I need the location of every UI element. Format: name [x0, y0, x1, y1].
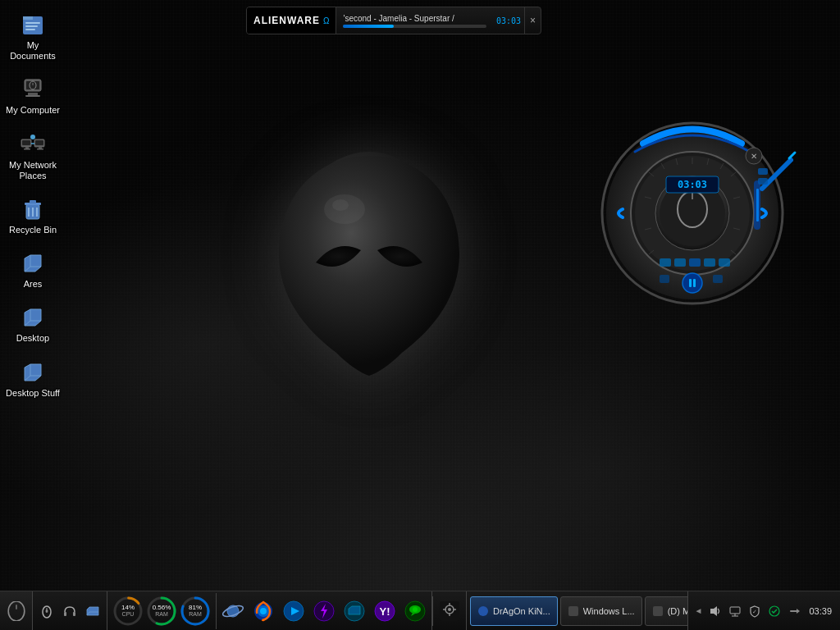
my-network-icon: [20, 131, 46, 158]
media-progress-track[interactable]: [343, 25, 486, 28]
desktop-icon: [20, 304, 46, 331]
tray-antivirus-icon[interactable]: [766, 603, 783, 619]
my-documents-label: My Documents: [3, 40, 62, 62]
svg-point-105: [478, 606, 488, 616]
cpu-stat: 14% CPU: [112, 596, 144, 627]
dock-media-icon[interactable]: [279, 595, 308, 628]
tray-network-icon[interactable]: [727, 603, 743, 619]
taskbar-app-0[interactable]: DrAgOn KiN...: [470, 596, 558, 626]
icon-desktop[interactable]: Desktop: [0, 301, 66, 347]
svg-point-88: [260, 608, 267, 614]
media-bar[interactable]: ALIENWARE Ω 'second - Jamelia - Supersta…: [246, 7, 541, 34]
media-info: 'second - Jamelia - Superstar /: [336, 14, 492, 28]
disk-pct: 81%: [189, 605, 202, 612]
ram-label: RAM: [155, 611, 168, 617]
ares-icon: [20, 250, 46, 276]
svg-point-75: [46, 609, 48, 613]
cpu-pct: 14%: [121, 605, 135, 612]
svg-rect-36: [756, 189, 759, 221]
ram-pct: 0.56%: [153, 605, 171, 612]
player-widget: 03:03 ✕: [578, 82, 807, 328]
ql-mouse-icon[interactable]: [36, 600, 57, 622]
desktop-stuff-label: Desktop Stuff: [6, 388, 60, 399]
icon-desktop-stuff[interactable]: Desktop Stuff: [0, 356, 66, 402]
tray-security-icon[interactable]: ✓: [746, 603, 763, 619]
taskbar-app-1[interactable]: Windows L...: [560, 596, 642, 626]
dock-folder2-icon[interactable]: [340, 595, 369, 628]
icon-ares[interactable]: Ares: [0, 247, 66, 293]
svg-text:✕: ✕: [751, 152, 757, 161]
taskbar-app-2[interactable]: (D) My Birt...: [645, 596, 687, 626]
icon-recycle-bin[interactable]: Recycle Bin: [0, 193, 66, 239]
svg-rect-55: [22, 140, 30, 145]
ram-stat: 0.56% RAM: [146, 596, 177, 627]
taskbar-apps: DrAgOn KiN... Windows L... (D) My Birt..…: [467, 591, 687, 631]
desktop-stuff-icon: [20, 359, 46, 386]
svg-point-63: [30, 135, 35, 139]
system-tray: ◄ ✓: [687, 591, 840, 631]
media-logo-text: ALIENWARE: [253, 15, 320, 26]
svg-rect-107: [653, 606, 663, 616]
dock-firefox-icon[interactable]: [249, 595, 278, 628]
my-computer-label: My Computer: [6, 105, 60, 116]
svg-rect-47: [25, 29, 35, 30]
desktop-icons: My Documents My Computer: [0, 0, 66, 410]
svg-point-70: [8, 601, 25, 621]
recycle-bin-icon: [20, 196, 46, 222]
svg-point-2: [332, 199, 349, 211]
taskbar-app-label-1: Windows L...: [583, 606, 635, 616]
media-logo: ALIENWARE Ω: [247, 7, 336, 34]
dock-cs-icon[interactable]: [435, 595, 464, 628]
alien-head-graphic: [254, 148, 484, 410]
dock-yahoo-icon[interactable]: Y!: [370, 595, 399, 628]
svg-rect-38: [713, 275, 723, 283]
svg-rect-45: [25, 22, 40, 24]
svg-rect-66: [30, 200, 36, 203]
svg-rect-31: [719, 258, 730, 267]
svg-marker-110: [710, 606, 717, 616]
dock-orbit-icon[interactable]: [218, 595, 248, 628]
svg-marker-117: [797, 609, 800, 614]
ql-folder-icon[interactable]: [82, 600, 103, 622]
desktop-label: Desktop: [16, 333, 49, 344]
tray-speaker-icon[interactable]: [707, 603, 724, 619]
ares-label: Ares: [24, 279, 43, 290]
svg-rect-34: [693, 279, 696, 287]
svg-text:03:03: 03:03: [678, 179, 707, 190]
clock-display[interactable]: 03:39: [806, 606, 835, 616]
ql-headphones-icon[interactable]: [59, 600, 80, 622]
taskbar: 14% CPU 0.56% RAM 81% RAM: [0, 591, 840, 630]
svg-text:✓: ✓: [752, 609, 757, 614]
svg-point-32: [682, 273, 702, 293]
media-close-button[interactable]: ×: [524, 7, 541, 34]
svg-rect-62: [37, 148, 43, 150]
taskbar-app-label-0: DrAgOn KiN...: [493, 606, 550, 616]
taskbar-app-label-2: (D) My Birt...: [668, 606, 687, 616]
icon-my-network[interactable]: My Network Places: [0, 128, 66, 185]
tray-more-icon[interactable]: [786, 603, 802, 619]
start-button[interactable]: [0, 591, 33, 631]
icon-my-documents[interactable]: My Documents: [0, 8, 66, 65]
dock-messenger-icon[interactable]: [400, 595, 430, 628]
svg-rect-28: [674, 258, 686, 267]
media-progress-fill: [343, 25, 393, 28]
my-computer-icon: [20, 76, 46, 103]
svg-point-104: [448, 608, 451, 611]
tray-scroll-left[interactable]: ◄: [693, 606, 705, 615]
media-title: 'second - Jamelia - Superstar /: [343, 14, 486, 23]
svg-rect-76: [64, 612, 66, 616]
dock-icons: Y!: [217, 591, 432, 631]
svg-rect-27: [660, 258, 671, 267]
svg-rect-37: [660, 275, 669, 283]
svg-rect-106: [568, 606, 578, 616]
dock-trillian-icon[interactable]: [309, 595, 339, 628]
icon-my-computer[interactable]: My Computer: [0, 73, 66, 119]
my-network-label: My Network Places: [3, 160, 62, 181]
svg-rect-33: [689, 279, 692, 287]
stats-widget: 14% CPU 0.56% RAM 81% RAM: [107, 593, 217, 629]
svg-point-97: [413, 607, 418, 612]
quick-launch: [33, 591, 107, 631]
svg-rect-61: [24, 148, 30, 150]
svg-rect-60: [39, 147, 42, 148]
cpu-label: CPU: [122, 611, 135, 617]
